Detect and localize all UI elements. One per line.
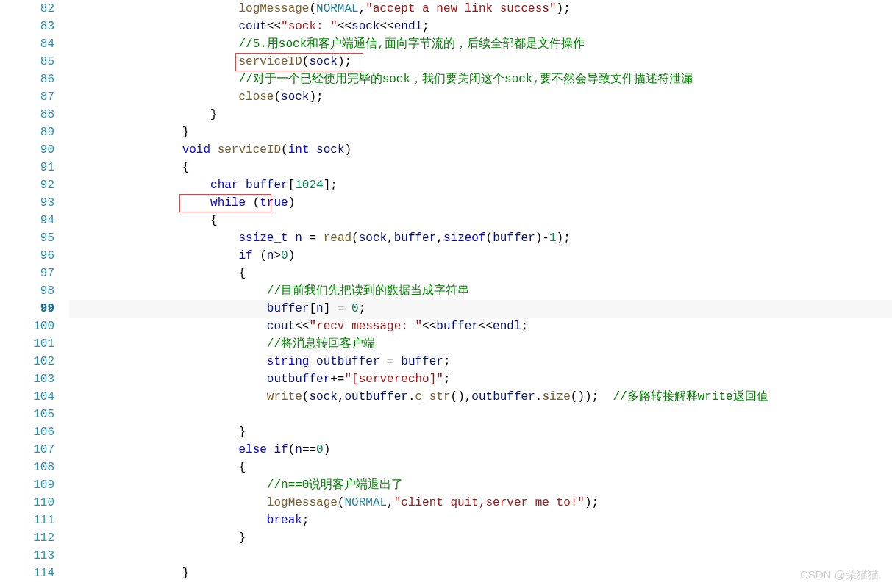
token: );	[557, 232, 571, 245]
token: }	[238, 531, 246, 545]
token: serviceID	[218, 143, 281, 157]
token: ==	[302, 443, 316, 456]
line-number: 87	[0, 88, 54, 106]
code-line[interactable]: cout<<"sock: "<<sock<<endl;	[69, 18, 892, 35]
code-line[interactable]: //将消息转回客户端	[69, 335, 892, 353]
code-line[interactable]: outbuffer+="[serverecho]";	[69, 370, 892, 388]
line-number: 102	[0, 353, 54, 370]
code-line[interactable]	[69, 547, 892, 564]
token: ;	[359, 302, 366, 315]
code-area[interactable]: logMessage(NORMAL,"accept a new link suc…	[69, 0, 892, 588]
token: outbuffer	[316, 355, 379, 368]
code-line[interactable]: //5.用sock和客户端通信,面向字节流的，后续全部都是文件操作	[69, 35, 892, 53]
line-number: 109	[0, 476, 54, 494]
line-number: 113	[0, 547, 54, 564]
token: "client quit,server me to!"	[394, 496, 585, 509]
code-line[interactable]: //n==0说明客户端退出了	[69, 476, 892, 494]
code-line[interactable]: logMessage(NORMAL,"client quit,server me…	[69, 494, 892, 512]
token: logMessage	[267, 496, 338, 509]
token: //多路转接解释write返回值	[613, 390, 768, 404]
token: ;	[443, 373, 451, 386]
code-line[interactable]: buffer[n] = 0;	[69, 300, 892, 318]
token: )	[324, 443, 331, 456]
token: 0	[316, 443, 324, 456]
token: ;	[443, 355, 451, 368]
token: sock	[316, 143, 344, 157]
token: buffer	[394, 232, 437, 245]
line-number: 112	[0, 529, 54, 547]
token: "recv message: "	[309, 320, 422, 333]
token: );	[338, 55, 352, 68]
token: (),	[451, 390, 472, 404]
token: //将消息转回客户端	[267, 337, 375, 351]
code-line[interactable]: if (n>0)	[69, 247, 892, 265]
code-line[interactable]: ssize_t n = read(sock,buffer,sizeof(buff…	[69, 229, 892, 247]
code-line[interactable]: {	[69, 459, 892, 476]
line-number: 93	[0, 194, 54, 212]
token: endl	[394, 20, 422, 33]
code-line[interactable]: write(sock,outbuffer.c_str(),outbuffer.s…	[69, 388, 892, 406]
token: buffer	[493, 232, 535, 245]
code-line[interactable]: }	[69, 529, 892, 547]
line-number: 82	[0, 0, 54, 18]
token: true	[260, 196, 288, 209]
token: ];	[324, 179, 338, 192]
line-number: 89	[0, 123, 54, 141]
code-line[interactable]: {	[69, 265, 892, 282]
line-number: 108	[0, 459, 54, 476]
token: (	[253, 196, 260, 209]
line-number-gutter: 8283848586878889909192939495969798991001…	[0, 0, 69, 588]
code-line[interactable]: string outbuffer = buffer;	[69, 353, 892, 370]
code-line[interactable]: }	[69, 564, 892, 582]
token: sizeof	[443, 232, 486, 245]
line-number: 94	[0, 212, 54, 229]
token: 1024	[295, 179, 323, 192]
token: =	[379, 355, 401, 368]
token: <<	[379, 20, 393, 33]
code-line[interactable]: {	[69, 159, 892, 176]
code-line[interactable]: break;	[69, 512, 892, 529]
token: "accept a new link success"	[365, 2, 556, 15]
code-line[interactable]: {	[69, 212, 892, 229]
token: serviceID	[238, 55, 302, 68]
token: logMessage	[238, 2, 309, 15]
token: {	[238, 267, 246, 280]
code-line[interactable]: logMessage(NORMAL,"accept a new link suc…	[69, 0, 892, 18]
token: (	[260, 249, 267, 262]
code-line[interactable]: close(sock);	[69, 88, 892, 106]
token: sock	[309, 390, 337, 404]
token: buffer	[267, 302, 310, 315]
line-number: 85	[0, 53, 54, 71]
code-line[interactable]: }	[69, 423, 892, 441]
token: [	[309, 302, 316, 315]
line-number: 92	[0, 176, 54, 194]
code-line[interactable]: }	[69, 123, 892, 141]
token: outbuffer	[344, 390, 407, 404]
token: }	[238, 426, 246, 439]
token: //5.用sock和客户端通信,面向字节流的，后续全部都是文件操作	[238, 37, 584, 51]
code-line[interactable]: else if(n==0)	[69, 441, 892, 459]
code-editor[interactable]: 8283848586878889909192939495969798991001…	[0, 0, 892, 588]
token: void	[182, 143, 218, 157]
code-line[interactable]: cout<<"recv message: "<<buffer<<endl;	[69, 318, 892, 335]
code-line[interactable]	[69, 406, 892, 423]
line-number: 111	[0, 512, 54, 529]
code-line[interactable]: }	[69, 106, 892, 123]
token: <<	[422, 320, 436, 333]
code-line[interactable]: while (true)	[69, 194, 892, 212]
token: <<	[267, 20, 281, 33]
line-number: 98	[0, 282, 54, 300]
code-line[interactable]: //目前我们先把读到的数据当成字符串	[69, 282, 892, 300]
token: }	[182, 567, 190, 580]
token: sock	[309, 55, 337, 68]
token: ;	[302, 514, 310, 527]
token: int	[288, 143, 316, 157]
code-line[interactable]: //对于一个已经使用完毕的sock，我们要关闭这个sock,要不然会导致文件描述…	[69, 71, 892, 88]
token: ssize_t	[238, 232, 295, 245]
code-line[interactable]: char buffer[1024];	[69, 176, 892, 194]
token: =	[302, 232, 324, 245]
token: outbuffer	[471, 390, 535, 404]
code-line[interactable]: void serviceID(int sock)	[69, 141, 892, 159]
code-line[interactable]: serviceID(sock);	[69, 53, 892, 71]
token: "sock: "	[281, 20, 338, 33]
